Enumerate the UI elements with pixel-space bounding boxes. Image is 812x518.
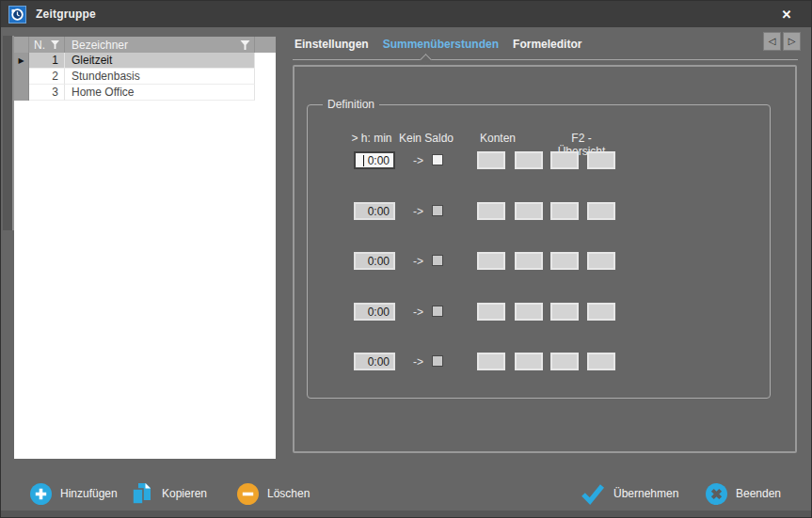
table-header-row: N. Bezeichner: [14, 37, 276, 53]
arrow-label: ->: [413, 255, 423, 268]
column-header-n[interactable]: N.: [29, 37, 65, 53]
copy-button-label: Kopieren: [162, 487, 207, 500]
header-h-min: > h: min: [336, 132, 407, 145]
delete-button[interactable]: Löschen: [237, 481, 310, 506]
definition-row: 0:00 ->: [308, 151, 770, 172]
time-value: 0:00: [368, 205, 390, 218]
arrow-label: ->: [413, 306, 423, 319]
cell-number: 1: [29, 53, 65, 69]
cell-name: Stundenbasis: [65, 69, 255, 85]
window-title: Zeitgruppe: [36, 8, 96, 21]
column-header-bezeichner[interactable]: Bezeichner: [65, 37, 255, 53]
konten-field-2[interactable]: [515, 353, 543, 370]
f2-field-1[interactable]: [550, 202, 579, 220]
filter-icon[interactable]: [240, 40, 250, 50]
cell-name: Home Office: [65, 85, 255, 101]
time-input[interactable]: 0:00: [354, 202, 395, 220]
apply-button[interactable]: Übernehmen: [581, 481, 678, 506]
apply-button-label: Übernehmen: [613, 487, 678, 500]
definition-row: 0:00 ->: [308, 353, 770, 373]
table-row[interactable]: 3 Home Office: [14, 85, 276, 101]
f2-field-2[interactable]: [587, 202, 615, 220]
exit-button-label: Beenden: [736, 487, 781, 500]
f2-field-1[interactable]: [550, 252, 579, 270]
f2-field-2[interactable]: [587, 353, 615, 370]
time-value: 0:00: [368, 306, 390, 319]
definition-legend: Definition: [323, 98, 379, 111]
kein-saldo-checkbox[interactable]: [432, 205, 443, 216]
konten-field-2[interactable]: [515, 202, 543, 220]
scroll-right-icon[interactable]: ▷: [783, 32, 801, 51]
f2-field-1[interactable]: [550, 151, 579, 169]
exit-button[interactable]: Beenden: [706, 481, 781, 506]
tab-summenueberstunden[interactable]: Summenüberstunden: [383, 38, 499, 51]
konten-field-2[interactable]: [515, 151, 543, 169]
konten-field-1[interactable]: [477, 353, 505, 370]
konten-field-1[interactable]: [477, 202, 505, 220]
f2-field-1[interactable]: [550, 303, 579, 321]
kein-saldo-checkbox[interactable]: [432, 355, 443, 367]
definition-row: 0:00 ->: [308, 303, 770, 323]
time-value: 0:00: [368, 355, 390, 369]
text-caret: [363, 155, 364, 166]
column-header-bezeichner-label: Bezeichner: [72, 39, 128, 52]
delete-button-label: Löschen: [267, 487, 310, 500]
copy-icon: [130, 482, 153, 506]
f2-field-1[interactable]: [550, 353, 579, 370]
copy-button[interactable]: Kopieren: [130, 481, 207, 506]
konten-field-1[interactable]: [477, 151, 505, 169]
time-value: 0:00: [368, 255, 390, 268]
titlebar: Zeitgruppe ✕: [1, 1, 811, 27]
time-input[interactable]: 0:00: [354, 353, 395, 370]
x-circle-icon: [706, 483, 727, 505]
add-button-label: Hinzufügen: [60, 487, 118, 500]
close-icon[interactable]: ✕: [775, 1, 798, 27]
definition-groupbox: Definition > h: min Kein Saldo Konten F2…: [307, 104, 771, 399]
time-input[interactable]: 0:00: [354, 151, 395, 169]
time-value: 0:00: [368, 154, 390, 167]
arrow-label: ->: [413, 205, 423, 218]
column-header-n-label: N.: [34, 39, 45, 52]
active-tab-notch: [420, 54, 432, 66]
time-input[interactable]: 0:00: [354, 303, 395, 321]
tab-scroll-buttons: ◁ ▷: [763, 32, 801, 51]
konten-field-2[interactable]: [515, 303, 543, 321]
kein-saldo-checkbox[interactable]: [432, 255, 443, 266]
table-row[interactable]: ▶ 1 Gleitzeit: [14, 53, 276, 69]
header-filler-cell: [255, 37, 276, 53]
f2-field-2[interactable]: [587, 151, 615, 169]
row-indicator: [14, 69, 29, 85]
scroll-left-icon[interactable]: ◁: [763, 32, 781, 51]
checkmark-icon: [581, 483, 605, 505]
table-row[interactable]: 2 Stundenbasis: [14, 69, 276, 85]
filter-icon[interactable]: [51, 40, 59, 49]
left-edge-strip: [3, 36, 12, 230]
arrow-label: ->: [413, 355, 423, 369]
zeitgruppen-table: N. Bezeichner ▶ 1 Gleitzeit 2 Stundenbas…: [14, 37, 276, 459]
definition-column-headers: > h: min Kein Saldo Konten F2 - Übersich…: [308, 132, 770, 145]
f2-field-2[interactable]: [587, 252, 615, 270]
arrow-label: ->: [413, 154, 423, 167]
panel-divider-line: [12, 36, 14, 230]
tab-formeleditor[interactable]: Formeleditor: [513, 38, 581, 51]
row-indicator: [14, 85, 29, 101]
cell-name: Gleitzeit: [65, 53, 255, 69]
kein-saldo-checkbox[interactable]: [432, 154, 443, 165]
row-marker-icon: ▶: [14, 53, 29, 69]
tab-underline: [293, 59, 798, 60]
header-konten: Konten: [465, 132, 531, 145]
f2-field-2[interactable]: [587, 303, 615, 321]
kein-saldo-checkbox[interactable]: [432, 306, 443, 317]
konten-field-1[interactable]: [477, 252, 505, 270]
header-indicator-cell: [14, 37, 29, 53]
header-kein-saldo: Kein Saldo: [398, 132, 454, 145]
tab-einstellungen[interactable]: Einstellungen: [295, 38, 369, 51]
clock-app-icon: [8, 6, 26, 24]
konten-field-1[interactable]: [477, 303, 505, 321]
definition-row: 0:00 ->: [308, 252, 770, 273]
konten-field-2[interactable]: [515, 252, 543, 270]
time-input[interactable]: 0:00: [354, 252, 395, 270]
add-button[interactable]: Hinzufügen: [30, 481, 118, 506]
plus-circle-icon: [30, 483, 52, 505]
tab-bar: Einstellungen Summenüberstunden Formeled…: [295, 36, 581, 53]
